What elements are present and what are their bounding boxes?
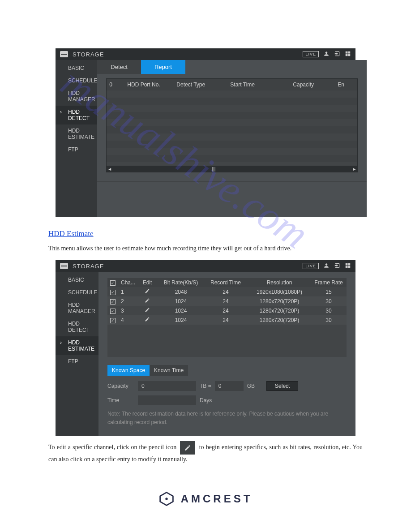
- time-input[interactable]: [138, 395, 196, 405]
- scroll-handle[interactable]: |||: [212, 167, 216, 172]
- capacity-gb-input[interactable]: 0: [215, 381, 244, 391]
- user-icon[interactable]: [323, 51, 330, 58]
- grid-icon[interactable]: [345, 262, 351, 270]
- sidebar-item-hdd-detect[interactable]: HDD DETECT: [56, 317, 98, 336]
- sidebar-item-hdd-estimate[interactable]: HDD ESTIMATE: [56, 124, 97, 143]
- row-frame-rate: 30: [311, 316, 347, 325]
- time-label: Time: [107, 397, 134, 403]
- col-start-time: Start Time: [227, 81, 290, 89]
- row-bitrate: 1024: [158, 306, 203, 315]
- row-channel: 3: [118, 306, 136, 315]
- live-badge: LIVE: [303, 263, 319, 269]
- col-checkbox[interactable]: ✓: [107, 278, 118, 287]
- storage-panel-estimate: STORAGE LIVE BASIC SCHEDULE HDD MANAGER …: [56, 260, 355, 436]
- gb-unit-label: GB: [247, 383, 255, 389]
- row-checkbox[interactable]: ✓: [107, 287, 118, 296]
- report-table: 0 HDD Port No. Detect Type Start Time Ca…: [106, 78, 358, 172]
- sidebar-item-schedule[interactable]: SCHEDULE: [56, 74, 97, 87]
- row-bitrate: 1024: [158, 297, 203, 306]
- sidebar-item-schedule[interactable]: SCHEDULE: [56, 286, 98, 299]
- col-edit: Edit: [136, 278, 158, 287]
- user-icon[interactable]: [323, 262, 330, 270]
- tab-known-space[interactable]: Known Space: [107, 365, 150, 376]
- row-resolution: 1280x720(720P): [248, 297, 311, 306]
- tab-report[interactable]: Report: [141, 60, 185, 74]
- sidebar-item-ftp[interactable]: FTP: [56, 355, 98, 368]
- row-frame-rate: 15: [311, 287, 347, 296]
- table-row: ✓41024241280x720(720P)30: [107, 315, 347, 325]
- sidebar-item-hdd-estimate[interactable]: HDD ESTIMATE: [56, 336, 98, 355]
- sidebar-item-hdd-manager[interactable]: HDD MANAGER: [56, 299, 98, 317]
- scroll-left-icon[interactable]: ◄: [107, 167, 112, 172]
- estimate-table: ✓ Cha... Edit Bit Rate(Kb/S) Record Time…: [107, 278, 347, 357]
- row-frame-rate: 30: [311, 297, 347, 306]
- col-frame-rate: Frame Rate: [311, 278, 347, 287]
- panel-title: STORAGE: [73, 263, 104, 270]
- tab-known-time[interactable]: Known Time: [150, 365, 188, 376]
- row-resolution: 1920x1080(1080P): [248, 287, 311, 296]
- col-detect-type: Detect Type: [174, 81, 227, 89]
- col-bitrate: Bit Rate(Kb/S): [158, 278, 203, 287]
- hdd-icon: [60, 263, 68, 269]
- col-channel: Cha...: [118, 278, 136, 287]
- row-checkbox[interactable]: ✓: [107, 306, 118, 315]
- row-bitrate: 2048: [158, 287, 203, 296]
- row-resolution: 1280x720(720P): [248, 306, 311, 315]
- estimate-mode-tabs: Known Space Known Time: [107, 365, 347, 376]
- tabs: Detect Report: [97, 60, 367, 74]
- scroll-right-icon[interactable]: ►: [352, 167, 356, 172]
- row-channel: 2: [118, 297, 136, 306]
- estimate-note: Note: The record estimation data here is…: [107, 410, 347, 427]
- titlebar: STORAGE LIVE: [56, 48, 355, 60]
- tb-unit-label: TB =: [200, 383, 211, 389]
- grid-icon[interactable]: [345, 51, 351, 58]
- logo-text: AMCREST: [181, 493, 253, 505]
- row-record-time: 24: [203, 306, 248, 315]
- sidebar-item-basic[interactable]: BASIC: [56, 62, 97, 74]
- storage-panel-report: STORAGE LIVE BASIC SCHEDULE HDD MANAGER …: [56, 48, 355, 217]
- col-end: En: [335, 81, 357, 89]
- table-row: ✓31024241280x720(720P)30: [107, 306, 347, 315]
- logout-icon[interactable]: [334, 262, 340, 270]
- days-unit-label: Days: [200, 397, 212, 403]
- row-record-time: 24: [203, 316, 248, 325]
- row-record-time: 24: [203, 297, 248, 306]
- row-bitrate: 1024: [158, 316, 203, 325]
- pencil-icon: [180, 441, 195, 455]
- row-resolution: 1280x720(720P): [248, 316, 311, 325]
- capacity-tb-input[interactable]: 0: [138, 381, 196, 391]
- row-checkbox[interactable]: ✓: [107, 316, 118, 325]
- table-row: ✓21024241280x720(720P)30: [107, 296, 347, 306]
- sidebar-item-ftp[interactable]: FTP: [56, 143, 97, 156]
- logout-icon[interactable]: [334, 51, 340, 58]
- horizontal-scrollbar[interactable]: ◄ ||| ►: [107, 166, 357, 172]
- row-edit-button[interactable]: [136, 296, 158, 306]
- after-text: To edit a specific channel, click on the…: [48, 441, 363, 464]
- col-count: 0: [107, 81, 124, 89]
- select-button[interactable]: Select: [266, 381, 298, 391]
- logo-icon: [158, 491, 175, 507]
- col-record-time: Record Time: [203, 278, 248, 287]
- panel-title: STORAGE: [73, 51, 104, 58]
- sidebar-item-hdd-manager[interactable]: HDD MANAGER: [56, 87, 97, 106]
- row-channel: 1: [118, 287, 136, 296]
- sidebar-item-basic[interactable]: BASIC: [56, 274, 98, 286]
- sidebar: BASIC SCHEDULE HDD MANAGER HDD DETECT HD…: [56, 60, 97, 217]
- tab-detect[interactable]: Detect: [97, 60, 141, 74]
- section-heading: HDD Estimate: [48, 229, 411, 238]
- col-resolution: Resolution: [248, 278, 311, 287]
- table-row: ✓12048241920x1080(1080P)15: [107, 287, 347, 296]
- row-edit-button[interactable]: [136, 287, 158, 296]
- sidebar: BASIC SCHEDULE HDD MANAGER HDD DETECT HD…: [56, 272, 98, 436]
- row-channel: 4: [118, 316, 136, 325]
- row-frame-rate: 30: [311, 306, 347, 315]
- titlebar: STORAGE LIVE: [56, 260, 355, 272]
- sidebar-item-hdd-detect[interactable]: HDD DETECT: [56, 106, 97, 124]
- col-hdd-port: HDD Port No.: [124, 81, 174, 89]
- live-badge: LIVE: [303, 51, 319, 57]
- capacity-label: Capacity: [107, 383, 134, 389]
- row-edit-button[interactable]: [136, 306, 158, 315]
- row-edit-button[interactable]: [136, 315, 158, 325]
- row-checkbox[interactable]: ✓: [107, 297, 118, 306]
- section-text: This menu allows the user to estimate ho…: [48, 244, 363, 253]
